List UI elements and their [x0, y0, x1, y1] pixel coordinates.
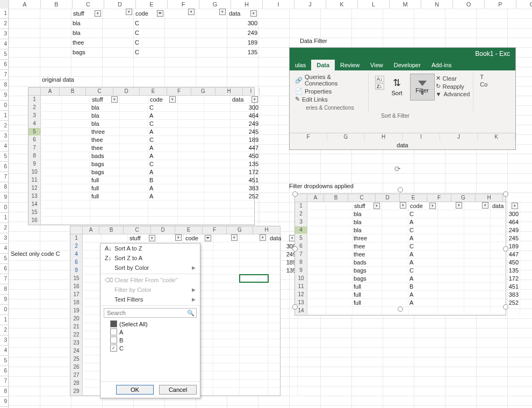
cell[interactable] [41, 160, 62, 168]
cell[interactable] [260, 152, 279, 160]
cell[interactable] [178, 160, 204, 168]
sort-z-to-a[interactable]: Z↓Sort Z to A [100, 253, 200, 263]
cell[interactable]: bads [90, 152, 120, 160]
cell[interactable] [120, 152, 148, 160]
row-header[interactable]: 5 [0, 254, 9, 264]
cell[interactable] [382, 291, 408, 298]
row-header[interactable]: 10 [28, 168, 41, 176]
filter-active-icon[interactable] [157, 10, 163, 17]
cell[interactable]: 135 [231, 160, 260, 168]
reapply-button[interactable]: ↻Reapply [436, 83, 470, 90]
ok-button[interactable]: OK [116, 385, 154, 395]
filter-item-c[interactable]: C [110, 344, 196, 352]
cell[interactable]: full [353, 299, 382, 306]
filter-dropdown-icon[interactable] [400, 202, 406, 209]
row-header[interactable]: 11 [295, 283, 307, 290]
cell[interactable] [438, 218, 464, 226]
cell[interactable] [178, 168, 204, 176]
cell[interactable] [382, 226, 408, 234]
row-header[interactable]: 5 [0, 49, 9, 60]
cell[interactable] [62, 160, 90, 168]
cell[interactable]: A [408, 234, 438, 242]
cell[interactable] [326, 242, 353, 250]
cell[interactable] [382, 275, 408, 282]
cell[interactable]: bla [90, 120, 120, 127]
row-header[interactable]: 12 [28, 184, 41, 192]
cell[interactable] [464, 234, 491, 242]
cell[interactable]: bla [71, 18, 82, 28]
cell[interactable] [307, 210, 326, 218]
cell[interactable] [382, 210, 408, 218]
row-header[interactable]: 4 [295, 226, 307, 234]
cell[interactable] [438, 226, 464, 234]
cell[interactable] [41, 104, 62, 111]
cell[interactable] [260, 136, 279, 144]
cell[interactable] [120, 104, 148, 111]
row-header[interactable]: 3 [28, 112, 41, 119]
cell[interactable] [464, 210, 491, 218]
cell[interactable]: B [408, 283, 438, 290]
cell[interactable]: 464 [491, 218, 520, 226]
cell[interactable] [204, 144, 231, 152]
row-header[interactable]: 9 [0, 90, 9, 101]
cell[interactable] [41, 128, 62, 135]
cell[interactable] [438, 291, 464, 298]
row-header[interactable]: 8 [0, 284, 9, 295]
cell[interactable] [307, 267, 326, 274]
row-header[interactable]: 4 [0, 244, 9, 254]
cell[interactable] [120, 112, 148, 119]
cell[interactable]: B [148, 176, 178, 184]
cell[interactable] [307, 218, 326, 226]
tab-data[interactable]: Data [311, 60, 335, 70]
row-header[interactable]: 4 [0, 39, 9, 49]
cell[interactable] [438, 267, 464, 274]
filter-dropdown-icon[interactable] [169, 96, 176, 103]
cell[interactable] [41, 192, 62, 200]
cell[interactable] [326, 259, 353, 266]
selection-handle[interactable] [398, 187, 403, 192]
col-header[interactable]: J [294, 0, 326, 9]
col-header[interactable]: C [348, 194, 376, 202]
cell[interactable] [62, 120, 90, 127]
cell[interactable] [326, 267, 353, 274]
row-header[interactable]: 9 [0, 295, 9, 305]
cell[interactable] [120, 176, 148, 184]
text-filters[interactable]: Text Filters▶ [100, 295, 200, 304]
row-header[interactable]: 1 [0, 111, 9, 121]
cell[interactable] [260, 120, 279, 127]
tab-formulas[interactable]: ulas [290, 60, 311, 70]
cell[interactable] [204, 184, 231, 192]
filter-dropdown-icon[interactable] [482, 202, 488, 209]
cell[interactable]: bags [353, 267, 382, 274]
cell[interactable] [178, 136, 204, 144]
cell[interactable] [178, 152, 204, 160]
selection-handle[interactable] [503, 304, 508, 310]
row-header[interactable]: 3 [0, 29, 9, 39]
cell[interactable] [62, 184, 90, 192]
row-header[interactable]: 3 [295, 218, 307, 226]
cell[interactable] [260, 144, 279, 152]
advanced-button[interactable]: ▼Advanced [436, 91, 470, 97]
cell[interactable]: 245 [231, 128, 260, 135]
cell[interactable]: A [148, 128, 178, 135]
cell[interactable]: 249 [231, 120, 260, 127]
properties[interactable]: 📄Properties [295, 88, 365, 95]
row-header[interactable]: 0 [0, 305, 9, 315]
selection-handle[interactable] [292, 304, 298, 310]
cell[interactable]: 383 [231, 184, 260, 192]
row-header[interactable]: 9 [28, 160, 41, 168]
cell[interactable] [326, 291, 353, 298]
cell[interactable]: 135 [227, 47, 258, 57]
filter-dropdown-icon[interactable] [512, 203, 518, 209]
cell[interactable] [62, 152, 90, 160]
row-header[interactable]: 5 [295, 234, 307, 242]
cell[interactable] [307, 250, 326, 258]
row-header[interactable]: 1 [0, 213, 9, 223]
cell[interactable]: bla [353, 218, 382, 226]
selection-handle[interactable] [398, 306, 403, 312]
filter-item-select-all[interactable]: (Select All) [110, 320, 196, 328]
col-header[interactable]: G [451, 194, 476, 202]
row-header[interactable]: 2 [0, 121, 9, 131]
row-header[interactable]: 6 [0, 366, 9, 376]
selection-handle[interactable] [503, 246, 508, 252]
